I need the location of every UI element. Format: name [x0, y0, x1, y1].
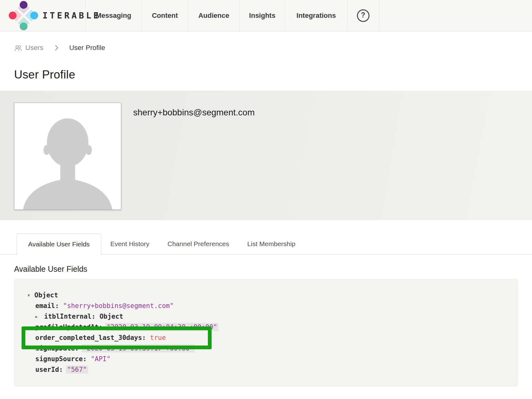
field-value: "sherry+bobbins@segment.com"	[63, 302, 174, 310]
field-value: true	[150, 334, 166, 341]
field-value: Object	[99, 313, 123, 320]
tab-available-user-fields[interactable]: Available User Fields	[17, 234, 101, 255]
nav-item-insights[interactable]: Insights	[239, 0, 285, 31]
profile-hero: sherry+bobbins@segment.com	[0, 91, 532, 220]
field-key: signupSource:	[35, 355, 87, 363]
tree-row-root: ▼Object	[14, 290, 518, 301]
field-key: order_completed_last_30days:	[35, 334, 146, 341]
nav-item-audience[interactable]: Audience	[188, 0, 239, 31]
users-icon	[14, 45, 23, 51]
root-object-label: Object	[34, 291, 58, 299]
avatar	[14, 103, 121, 210]
field-key: signupDate:	[35, 345, 79, 352]
iterable-logo[interactable]: ITERABLE	[0, 0, 85, 31]
tab-channel-preferences[interactable]: Channel Preferences	[158, 234, 238, 254]
profile-email: sherry+bobbins@segment.com	[133, 108, 255, 118]
tree-row-profileupdatedat: profileUpdatedAt:"2020-03-19 09:04:30 +0…	[14, 322, 518, 332]
chevron-right-icon	[55, 45, 58, 51]
help-icon: ?	[357, 9, 369, 22]
section-heading: Available User Fields	[14, 265, 532, 274]
nav-item-messaging[interactable]: Messaging	[85, 0, 141, 31]
tree-row-itblinternal: ▶itblInternal:Object	[14, 311, 518, 322]
expand-collapse-icon[interactable]: ▶	[35, 311, 44, 322]
breadcrumb: Users User Profile	[0, 43, 532, 53]
field-value: "567"	[66, 366, 88, 374]
field-key: email:	[35, 302, 59, 310]
field-value: "2020-03-19 09:04:30 +00:00"	[105, 323, 218, 331]
profile-tabs: Available User Fields Event History Chan…	[0, 233, 532, 255]
avatar-placeholder-icon	[14, 103, 121, 210]
breadcrumb-users-label: Users	[25, 44, 43, 52]
iterable-logo-icon	[9, 1, 38, 30]
tree-row-userid: userId:"567"	[14, 364, 518, 375]
nav-item-content[interactable]: Content	[141, 0, 188, 31]
tree-row-email: email:"sherry+bobbins@segment.com"	[14, 301, 518, 311]
tab-event-history[interactable]: Event History	[101, 234, 158, 254]
help-button[interactable]: ?	[347, 0, 379, 31]
tab-list-membership[interactable]: List Membership	[238, 234, 304, 254]
expand-collapse-icon[interactable]: ▼	[28, 290, 34, 301]
breadcrumb-current: User Profile	[69, 44, 105, 52]
tree-row-order-completed: order_completed_last_30days:true	[14, 332, 518, 343]
page-title: User Profile	[14, 68, 532, 81]
field-key: itblInternal:	[44, 313, 95, 320]
field-value: "API"	[91, 355, 110, 363]
top-nav: ITERABLE Messaging Content Audience Insi…	[0, 0, 532, 31]
field-key: profileUpdatedAt:	[35, 323, 103, 331]
tree-row-signupdate: signupDate:"2020-03-19 09:39:17 +00:00"	[14, 343, 518, 354]
field-value: "2020-03-19 09:39:17 +00:00"	[82, 344, 195, 352]
breadcrumb-users-link[interactable]: Users	[14, 44, 43, 52]
nav-item-integrations[interactable]: Integrations	[285, 0, 347, 31]
field-key: userId:	[35, 366, 63, 373]
user-fields-json-viewer: ▼Object email:"sherry+bobbins@segment.co…	[14, 279, 518, 386]
tree-row-signupsource: signupSource:"API"	[14, 354, 518, 364]
